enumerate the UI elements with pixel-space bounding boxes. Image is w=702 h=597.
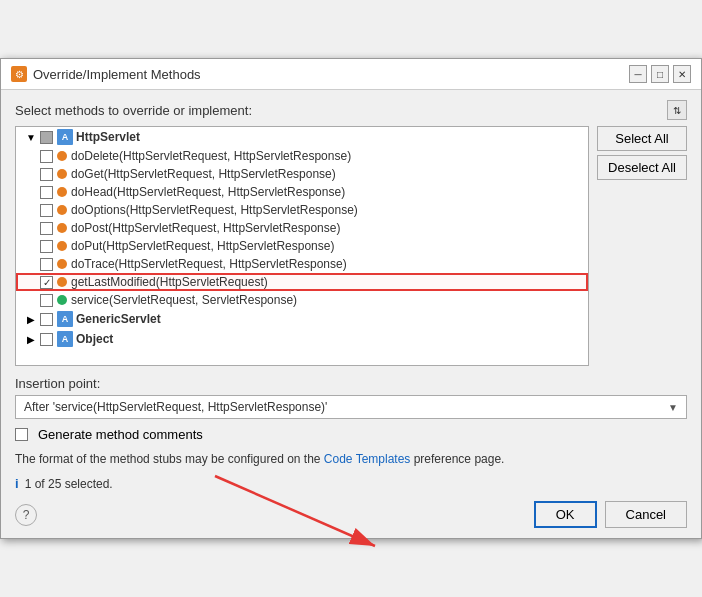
info-suffix: preference page. [410,452,504,466]
method-icon-doDelete [57,151,67,161]
dialog-body: Select methods to override or implement:… [1,90,701,538]
dropdown-arrow-icon: ▼ [668,402,678,413]
method-icon-doPost [57,223,67,233]
override-implement-dialog: ⚙ Override/Implement Methods ─ □ ✕ Selec… [0,58,702,539]
checkbox-doTrace[interactable] [40,258,53,271]
method-icon-doGet [57,169,67,179]
bottom-row: ? OK Cancel [15,501,687,528]
tree-node-doHead[interactable]: doHead(HttpServletRequest, HttpServletRe… [16,183,588,201]
tree-panel[interactable]: ▼ A HttpServlet doDelete(HttpServletRequ… [15,126,589,366]
tree-node-doPost[interactable]: doPost(HttpServletRequest, HttpServletRe… [16,219,588,237]
tree-node-getLastModified[interactable]: ✓ getLastModified(HttpServletRequest) [16,273,588,291]
tree-node-genericservlet[interactable]: ▶ A GenericServlet [16,309,588,329]
method-icon-doTrace [57,259,67,269]
tree-node-service[interactable]: service(ServletRequest, ServletResponse) [16,291,588,309]
generate-comments-label: Generate method comments [38,427,203,442]
expand-genericservlet[interactable]: ▶ [24,312,38,326]
label-doTrace: doTrace(HttpServletRequest, HttpServletR… [71,257,347,271]
label-httpservlet: HttpServlet [76,130,140,144]
checkbox-genericservlet[interactable] [40,313,53,326]
insertion-value: After 'service(HttpServletRequest, HttpS… [24,400,327,414]
checkbox-object[interactable] [40,333,53,346]
label-doDelete: doDelete(HttpServletRequest, HttpServlet… [71,149,351,163]
title-bar-left: ⚙ Override/Implement Methods [11,66,201,82]
generate-comments-checkbox[interactable] [15,428,28,441]
checkbox-httpservlet[interactable] [40,131,53,144]
generate-comments-row: Generate method comments [15,427,687,442]
expand-httpservlet[interactable]: ▼ [24,130,38,144]
tree-node-doGet[interactable]: doGet(HttpServletRequest, HttpServletRes… [16,165,588,183]
section-label-text: Select methods to override or implement: [15,103,252,118]
maximize-button[interactable]: □ [651,65,669,83]
label-doPut: doPut(HttpServletRequest, HttpServletRes… [71,239,334,253]
checkbox-doPost[interactable] [40,222,53,235]
insertion-dropdown[interactable]: After 'service(HttpServletRequest, HttpS… [15,395,687,419]
checkbox-doHead[interactable] [40,186,53,199]
minimize-button[interactable]: ─ [629,65,647,83]
action-buttons: OK Cancel [534,501,687,528]
method-icon-doPut [57,241,67,251]
title-controls: ─ □ ✕ [629,65,691,83]
method-icon-doHead [57,187,67,197]
tree-node-doTrace[interactable]: doTrace(HttpServletRequest, HttpServletR… [16,255,588,273]
method-icon-doOptions [57,205,67,215]
sort-icon[interactable]: ⇅ [667,100,687,120]
main-row: ▼ A HttpServlet doDelete(HttpServletRequ… [15,126,687,366]
insertion-label: Insertion point: [15,376,687,391]
checkbox-doGet[interactable] [40,168,53,181]
tree-node-httpservlet[interactable]: ▼ A HttpServlet [16,127,588,147]
section-label-row: Select methods to override or implement:… [15,100,687,120]
checkbox-doPut[interactable] [40,240,53,253]
tree-node-object[interactable]: ▶ A Object [16,329,588,349]
title-bar: ⚙ Override/Implement Methods ─ □ ✕ [1,59,701,90]
class-icon-object: A [57,331,73,347]
label-doGet: doGet(HttpServletRequest, HttpServletRes… [71,167,336,181]
tree-node-doOptions[interactable]: doOptions(HttpServletRequest, HttpServle… [16,201,588,219]
deselect-all-button[interactable]: Deselect All [597,155,687,180]
cancel-button[interactable]: Cancel [605,501,687,528]
status-text: 1 of 25 selected. [25,477,113,491]
label-service: service(ServletRequest, ServletResponse) [71,293,297,307]
label-genericservlet: GenericServlet [76,312,161,326]
checkbox-getLastModified[interactable]: ✓ [40,276,53,289]
tree-node-doPut[interactable]: doPut(HttpServletRequest, HttpServletRes… [16,237,588,255]
info-text: The format of the method stubs may be co… [15,450,687,468]
method-icon-service [57,295,67,305]
expand-object[interactable]: ▶ [24,332,38,346]
select-all-button[interactable]: Select All [597,126,687,151]
class-icon-genericservlet: A [57,311,73,327]
status-row: i 1 of 25 selected. [15,476,687,491]
label-object: Object [76,332,113,346]
label-getLastModified: getLastModified(HttpServletRequest) [71,275,268,289]
help-button[interactable]: ? [15,504,37,526]
close-button[interactable]: ✕ [673,65,691,83]
side-buttons: Select All Deselect All [597,126,687,366]
label-doOptions: doOptions(HttpServletRequest, HttpServle… [71,203,358,217]
checkbox-service[interactable] [40,294,53,307]
dialog-icon: ⚙ [11,66,27,82]
class-icon-httpservlet: A [57,129,73,145]
ok-button[interactable]: OK [534,501,597,528]
method-icon-getLastModified [57,277,67,287]
info-prefix: The format of the method stubs may be co… [15,452,324,466]
checkbox-doOptions[interactable] [40,204,53,217]
dialog-title: Override/Implement Methods [33,67,201,82]
label-doPost: doPost(HttpServletRequest, HttpServletRe… [71,221,340,235]
label-doHead: doHead(HttpServletRequest, HttpServletRe… [71,185,345,199]
info-status-icon: i [15,476,19,491]
tree-node-doDelete[interactable]: doDelete(HttpServletRequest, HttpServlet… [16,147,588,165]
checkbox-doDelete[interactable] [40,150,53,163]
code-templates-link[interactable]: Code Templates [324,452,411,466]
